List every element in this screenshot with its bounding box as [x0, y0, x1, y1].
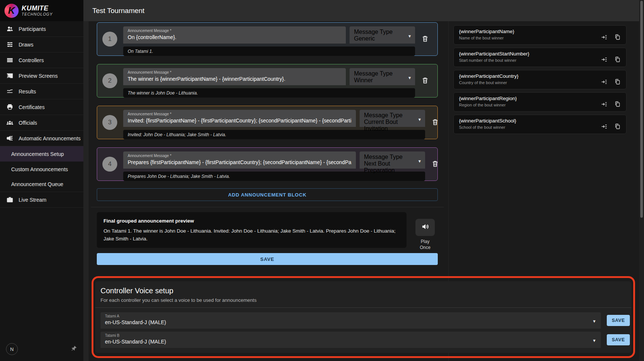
delete-block-button[interactable] — [421, 76, 431, 86]
delete-block-button[interactable] — [431, 118, 441, 128]
voice-setup-title: Controller Voice setup — [101, 287, 631, 295]
sidebar-subitem-label: Custom Announcements — [11, 166, 68, 172]
page-scrollbar[interactable] — [639, 0, 644, 361]
save-announcements-button[interactable]: SAVE — [97, 253, 438, 265]
variable-name: {winnerParticipantName} — [459, 29, 600, 34]
field-label: Announcement Message * — [128, 70, 341, 74]
voice-select-tatami-a[interactable]: Tatami A en-US-Standard-J (MALE) ▼ — [101, 312, 601, 329]
select-label: Message Type — [354, 70, 411, 77]
pin-icon[interactable] — [71, 345, 77, 353]
field-value: Invited: {firstParticipantName} - {first… — [128, 118, 351, 124]
announcement-block-4: 4 Announcement Message * Prepares {first… — [97, 147, 438, 181]
message-preview: The winner is John Doe - Lithuania. — [123, 88, 415, 98]
announcement-message-field[interactable]: Announcement Message * Prepares {firstPa… — [123, 151, 356, 169]
block-number: 3 — [102, 115, 117, 130]
sidebar-item-label: Participants — [19, 26, 46, 32]
variable-description: Region of the bout winner — [459, 103, 600, 107]
sidebar-item-certificates[interactable]: Certificates — [0, 99, 83, 115]
play-once-button[interactable] — [415, 219, 435, 236]
insert-icon[interactable] — [600, 78, 608, 86]
sidebar-item-automatic-announcements[interactable]: Automatic Announcements — [0, 131, 83, 146]
final-preview-text: On Tatami 1. The winner is John Doe - Li… — [103, 227, 400, 243]
variable-name: {winnerParticipantRegion} — [459, 96, 600, 101]
scrollbar-thumb[interactable] — [640, 1, 643, 218]
brand[interactable]: KUMITE TECHNOLOGY — [0, 0, 83, 21]
participants-icon — [6, 25, 13, 33]
kumite-logo-icon — [4, 4, 19, 18]
sidebar-item-announcements-setup[interactable]: Announcements Setup — [0, 146, 83, 162]
variable-name: {winnerParticipantSchool} — [459, 118, 600, 124]
voice-select-tatami-b[interactable]: Tatami B en-US-Standard-J (MALE) ▼ — [101, 332, 601, 348]
block-number: 1 — [102, 32, 117, 47]
message-type-select[interactable]: Message Type Generic ▼ — [350, 26, 415, 44]
sidebar-item-label: Preview Screens — [19, 73, 58, 79]
copy-icon[interactable] — [613, 55, 622, 64]
message-type-select[interactable]: Message Type Next Bout Preparation ▼ — [360, 151, 425, 169]
select-label: Message Type — [364, 154, 421, 160]
sidebar-item-label: Certificates — [19, 104, 45, 110]
message-type-select[interactable]: Message Type Current Bout Invitation ▼ — [360, 110, 425, 127]
message-type-select[interactable]: Message Type Winner ▼ — [350, 68, 415, 85]
sidebar-item-draws[interactable]: Draws — [0, 37, 83, 52]
sidebar-item-label: Automatic Announcements — [19, 135, 81, 141]
play-once-label-line2: Once — [412, 245, 438, 251]
final-preview-title: Final grouped announcement preview — [103, 218, 400, 224]
results-icon — [6, 88, 13, 95]
sidebar-subitem-label: Announcement Queue — [11, 181, 63, 187]
copy-icon[interactable] — [613, 78, 622, 86]
controllers-icon — [6, 57, 13, 64]
variable-name: {winnerParticipantCountry} — [459, 73, 600, 79]
block-number: 4 — [102, 157, 117, 172]
copy-icon[interactable] — [613, 33, 622, 41]
delete-block-button[interactable] — [421, 35, 431, 44]
sidebar-item-announcement-queue[interactable]: Announcement Queue — [0, 177, 83, 192]
sidebar-item-label: Controllers — [19, 57, 44, 63]
insert-icon[interactable] — [600, 122, 608, 131]
sidebar-item-custom-announcements[interactable]: Custom Announcements — [0, 162, 83, 177]
select-value: en-US-Standard-J (MALE) — [105, 339, 596, 345]
copy-icon[interactable] — [613, 100, 622, 108]
variable-name: {winnerParticipantStartNumber} — [459, 51, 600, 57]
brand-subtitle: TECHNOLOGY — [22, 12, 53, 16]
sidebar-item-live-stream[interactable]: Live Stream — [0, 192, 83, 208]
insert-icon[interactable] — [600, 55, 608, 64]
select-label: Tatami B — [105, 333, 596, 338]
copy-icon[interactable] — [613, 122, 622, 131]
chevron-down-icon: ▼ — [418, 117, 422, 122]
content-gutter — [83, 21, 89, 361]
field-value: On {controllerName}. — [128, 34, 341, 40]
announcement-message-field[interactable]: Announcement Message * On {controllerNam… — [123, 26, 346, 44]
select-value: Generic — [354, 35, 411, 42]
announcement-block-2: 2 Announcement Message * The winner is {… — [97, 64, 438, 98]
chevron-down-icon: ▼ — [408, 76, 412, 80]
save-voice-tatami-a-button[interactable]: SAVE — [607, 315, 630, 326]
sidebar-item-preview-screens[interactable]: Preview Screens — [0, 68, 83, 84]
delete-block-button[interactable] — [431, 160, 441, 169]
voice-row-tatami-b: Tatami B en-US-Standard-J (MALE) ▼ SAVE — [101, 332, 631, 348]
controller-voice-setup-section: Controller Voice setup For each controll… — [95, 281, 631, 353]
chevron-down-icon: ▼ — [592, 319, 596, 323]
sidebar-item-results[interactable]: Results — [0, 84, 83, 99]
insert-icon[interactable] — [600, 33, 608, 41]
avatar[interactable]: N — [6, 343, 18, 355]
sidebar-item-label: Results — [19, 89, 36, 95]
sidebar-item-controllers[interactable]: Controllers — [0, 52, 83, 68]
sidebar: KUMITE TECHNOLOGY Participants Draws Con… — [0, 0, 83, 361]
insert-icon[interactable] — [600, 100, 608, 108]
variable-card: {winnerParticipantStartNumber} Start num… — [453, 48, 627, 67]
variable-description: Start number of the bout winner — [459, 58, 600, 63]
sidebar-item-participants[interactable]: Participants — [0, 21, 83, 37]
block-number: 2 — [102, 73, 117, 88]
variable-description: Name of the bout winner — [459, 36, 600, 40]
variable-card: {winnerParticipantRegion} Region of the … — [453, 92, 627, 112]
volume-up-icon — [421, 223, 429, 232]
variable-card: {winnerParticipantSchool} School of the … — [453, 115, 627, 134]
sidebar-item-officials[interactable]: Officials — [0, 115, 83, 131]
draws-icon — [6, 41, 13, 48]
announcement-message-field[interactable]: Announcement Message * Invited: {firstPa… — [123, 110, 356, 127]
brand-name: KUMITE — [22, 5, 53, 12]
save-voice-tatami-b-button[interactable]: SAVE — [607, 334, 630, 345]
play-once-control: Play Once — [412, 219, 438, 250]
announcement-message-field[interactable]: Announcement Message * The winner is {wi… — [123, 68, 346, 85]
add-announcement-block-button[interactable]: ADD ANNOUNCEMENT BLOCK — [97, 188, 438, 201]
